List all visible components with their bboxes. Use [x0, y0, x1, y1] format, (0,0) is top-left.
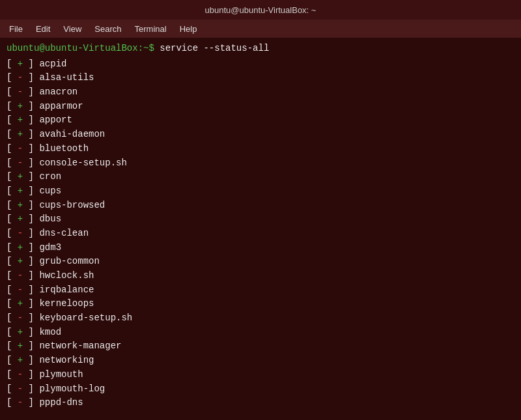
service-status: + [18, 341, 23, 351]
service-line: [ + ] cron [7, 170, 514, 184]
service-name: network-manager [39, 341, 121, 351]
service-status: - [18, 313, 23, 323]
service-line: [ + ] apport [7, 113, 514, 128]
bracket-close: ] [23, 115, 39, 125]
prompt-line: ubuntu@ubuntu-VirtualBox:~$ service --st… [7, 42, 514, 56]
menu-item-help[interactable]: Help [175, 23, 203, 35]
bracket-open: [ [7, 270, 18, 281]
service-status: + [18, 115, 23, 125]
bracket-open: [ [7, 242, 18, 253]
bracket-open: [ [7, 87, 18, 97]
bracket-close: ] [23, 327, 39, 337]
bracket-open: [ [7, 298, 18, 309]
bracket-close: ] [23, 369, 39, 380]
service-status: + [18, 171, 23, 182]
bracket-open: [ [7, 327, 18, 337]
service-line: [ + ] gdm3 [7, 241, 514, 255]
service-line: [ + ] grub-common [7, 255, 514, 269]
service-name: cron [39, 171, 61, 182]
service-status: - [18, 72, 23, 83]
service-name: gdm3 [39, 242, 61, 253]
service-name: bluetooth [39, 143, 89, 154]
service-status: - [18, 369, 23, 380]
bracket-open: [ [7, 59, 18, 69]
bracket-open: [ [7, 200, 18, 210]
bracket-close: ] [23, 256, 39, 266]
bracket-close: ] [23, 158, 39, 168]
service-status: + [18, 59, 23, 69]
bracket-open: [ [7, 285, 18, 295]
bracket-open: [ [7, 369, 18, 380]
service-line: [ - ] alsa-utils [7, 71, 514, 85]
bracket-open: [ [7, 101, 18, 111]
service-status: - [18, 270, 23, 281]
bracket-close: ] [23, 228, 39, 238]
service-status: - [18, 397, 23, 408]
service-line: [ - ] plymouth [7, 368, 514, 382]
menu-item-view[interactable]: View [58, 23, 87, 35]
service-line: [ + ] kmod [7, 326, 514, 340]
bracket-close: ] [23, 72, 39, 83]
command-text: service --status-all [160, 43, 269, 53]
terminal-body[interactable]: ubuntu@ubuntu-VirtualBox:~$ service --st… [0, 38, 521, 420]
service-line: [ + ] dbus [7, 212, 514, 227]
bracket-close: ] [23, 397, 39, 408]
bracket-open: [ [7, 158, 18, 168]
bracket-close: ] [23, 298, 39, 309]
service-status: + [18, 214, 23, 224]
service-status: + [18, 327, 23, 337]
service-status: - [18, 285, 23, 295]
service-name: console-setup.sh [39, 158, 126, 168]
service-name: avahi-daemon [39, 129, 105, 139]
menu-item-file[interactable]: File [4, 23, 28, 35]
service-status: + [18, 129, 23, 139]
service-name: dns-clean [39, 228, 89, 238]
service-name: keyboard-setup.sh [39, 313, 132, 323]
bracket-close: ] [23, 59, 39, 69]
service-name: anacron [39, 87, 77, 97]
menu-item-edit[interactable]: Edit [31, 23, 55, 35]
menu-bar: FileEditViewSearchTerminalHelp [0, 20, 521, 38]
bracket-open: [ [7, 186, 18, 196]
service-list: [ + ] acpid[ - ] alsa-utils[ - ] anacron… [7, 57, 514, 410]
service-line: [ + ] network-manager [7, 339, 514, 354]
service-line: [ - ] keyboard-setup.sh [7, 311, 514, 326]
bracket-close: ] [23, 171, 39, 182]
service-name: dbus [39, 214, 61, 224]
title-text: ubuntu@ubuntu-VirtualBox: ~ [205, 5, 317, 15]
service-line: [ - ] dns-clean [7, 227, 514, 241]
service-status: + [18, 200, 23, 210]
bracket-close: ] [23, 355, 39, 365]
bracket-open: [ [7, 341, 18, 351]
service-line: [ + ] kerneloops [7, 297, 514, 311]
bracket-close: ] [23, 129, 39, 139]
service-status: - [18, 228, 23, 238]
service-status: - [18, 87, 23, 97]
service-status: + [18, 242, 23, 253]
bracket-open: [ [7, 397, 18, 408]
service-name: irqbalance [39, 285, 94, 295]
service-name: grub-common [39, 256, 99, 266]
service-line: [ - ] pppd-dns [7, 396, 514, 410]
service-name: apparmor [39, 101, 83, 111]
bracket-open: [ [7, 171, 18, 182]
menu-item-search[interactable]: Search [89, 23, 126, 35]
bracket-close: ] [23, 242, 39, 253]
service-status: - [18, 158, 23, 168]
bracket-close: ] [23, 101, 39, 111]
service-status: + [18, 256, 23, 266]
bracket-close: ] [23, 270, 39, 281]
title-bar: ubuntu@ubuntu-VirtualBox: ~ [0, 0, 521, 20]
service-name: apport [39, 115, 72, 125]
service-name: kmod [39, 327, 61, 337]
service-line: [ + ] acpid [7, 57, 514, 72]
service-line: [ + ] cups-browsed [7, 199, 514, 213]
bracket-open: [ [7, 228, 18, 238]
service-status: + [18, 355, 23, 365]
menu-item-terminal[interactable]: Terminal [130, 23, 172, 35]
bracket-close: ] [23, 214, 39, 224]
service-line: [ + ] apparmor [7, 100, 514, 114]
service-status: + [18, 101, 23, 111]
bracket-open: [ [7, 384, 18, 394]
service-line: [ - ] hwclock.sh [7, 269, 514, 283]
